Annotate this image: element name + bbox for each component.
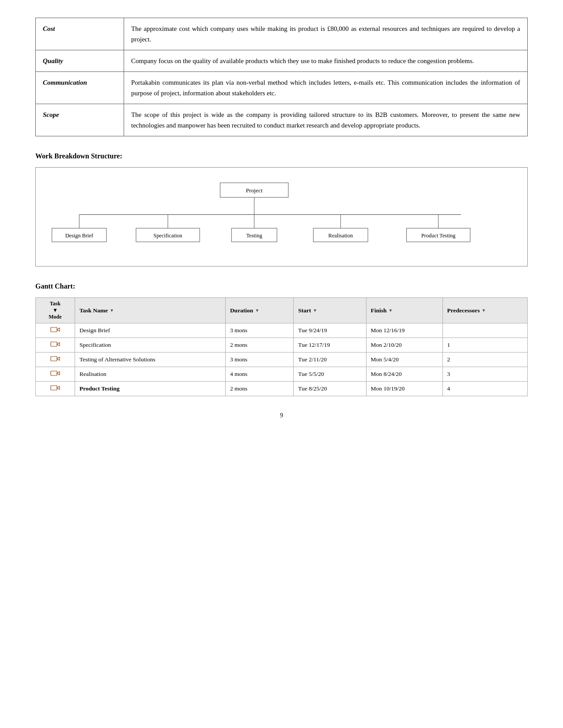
row-label: Quality [36,50,124,72]
gantt-row: Realisation4 monsTue 5/5/20Mon 8/24/203 [36,367,528,382]
task-mode-cell [36,323,75,338]
svg-text:Testing: Testing [246,233,262,239]
svg-line-19 [57,328,60,330]
gantt-start: Tue 2/11/20 [294,353,366,367]
gantt-predecessors [442,323,527,338]
task-mode-icon [50,341,60,348]
svg-rect-30 [51,371,57,375]
svg-line-23 [57,342,60,344]
duration-sort-icon: ▼ [255,308,259,313]
gantt-finish: Mon 2/10/20 [366,338,442,353]
main-table-row: CommunicationPortakabin communicates its… [36,72,528,104]
finish-sort-icon: ▼ [389,308,393,313]
task-mode-cell [36,382,75,396]
predecessors-header[interactable]: Predecessors ▼ [442,298,527,323]
gantt-finish: Mon 5/4/20 [366,353,442,367]
task-mode-cell [36,353,75,367]
main-table-row: ScopeThe scope of this project is wide a… [36,104,528,136]
gantt-task-name: Design Brief [75,323,225,338]
row-label: Scope [36,104,124,136]
svg-line-36 [57,388,60,390]
gantt-duration: 2 mons [225,382,293,396]
gantt-duration: 3 mons [225,323,293,338]
gantt-finish: Mon 10/19/20 [366,382,442,396]
gantt-predecessors: 1 [442,338,527,353]
svg-line-27 [57,357,60,359]
gantt-header-row: Task ▼ Mode Task Name ▼ Duration ▼ [36,298,528,323]
svg-text:Specification: Specification [154,233,182,239]
gantt-task-name: Realisation [75,367,225,382]
svg-line-31 [57,372,60,373]
wbs-heading: Work Breakdown Structure: [35,152,528,160]
duration-header[interactable]: Duration ▼ [225,298,293,323]
task-mode-header: Task ▼ Mode [36,298,75,323]
gantt-duration: 3 mons [225,353,293,367]
task-mode-icon [50,384,60,391]
gantt-task-name: Product Testing [75,382,225,396]
task-mode-cell [36,338,75,353]
task-mode-icon [50,326,60,333]
gantt-finish: Mon 12/16/19 [366,323,442,338]
gantt-duration: 4 mons [225,367,293,382]
svg-line-32 [57,373,60,375]
row-content: The scope of this project is wide as the… [124,104,528,136]
gantt-row: Specification2 monsTue 12/17/19Mon 2/10/… [36,338,528,353]
row-content: Company focus on the quality of availabl… [124,50,528,72]
svg-rect-34 [51,386,57,390]
svg-text:Realisation: Realisation [329,233,353,239]
gantt-start: Tue 12/17/19 [294,338,366,353]
wbs-svg: Project Design Brief Specification [43,178,520,255]
gantt-predecessors: 2 [442,353,527,367]
page-number: 9 [35,412,528,419]
svg-rect-22 [51,342,57,346]
gantt-duration: 2 mons [225,338,293,353]
row-content: The approximate cost which company uses … [124,18,528,50]
main-table-row: CostThe approximate cost which company u… [36,18,528,50]
svg-line-20 [57,330,60,331]
main-content-table: CostThe approximate cost which company u… [35,18,528,136]
svg-line-28 [57,359,60,360]
task-mode-cell [36,367,75,382]
svg-rect-26 [51,356,57,361]
task-mode-icon [50,355,60,362]
svg-text:Design Brief: Design Brief [65,233,94,239]
svg-line-35 [57,386,60,388]
row-content: Portakabin communicates its plan via non… [124,72,528,104]
start-sort-icon: ▼ [313,308,317,313]
gantt-task-name: Specification [75,338,225,353]
gantt-start: Tue 5/5/20 [294,367,366,382]
wbs-diagram: Project Design Brief Specification [35,167,528,266]
task-name-header[interactable]: Task Name ▼ [75,298,225,323]
gantt-section: Gantt Chart: Task ▼ Mode Task Name ▼ [35,282,528,396]
task-mode-icon [50,370,60,377]
gantt-predecessors: 4 [442,382,527,396]
gantt-row: Product Testing2 monsTue 8/25/20Mon 10/1… [36,382,528,396]
svg-rect-18 [51,327,57,332]
main-table-row: QualityCompany focus on the quality of a… [36,50,528,72]
row-label: Cost [36,18,124,50]
gantt-task-name: Testing of Alternative Solutions [75,353,225,367]
gantt-predecessors: 3 [442,367,527,382]
task-name-sort-icon: ▼ [110,308,114,313]
gantt-start: Tue 8/25/20 [294,382,366,396]
gantt-heading: Gantt Chart: [35,282,528,290]
svg-text:Product Testing: Product Testing [421,233,455,239]
start-header[interactable]: Start ▼ [294,298,366,323]
predecessors-sort-icon: ▼ [482,308,486,313]
gantt-start: Tue 9/24/19 [294,323,366,338]
gantt-table: Task ▼ Mode Task Name ▼ Duration ▼ [35,297,528,396]
finish-header[interactable]: Finish ▼ [366,298,442,323]
gantt-finish: Mon 8/24/20 [366,367,442,382]
gantt-row: Testing of Alternative Solutions3 monsTu… [36,353,528,367]
row-label: Communication [36,72,124,104]
svg-line-24 [57,344,60,346]
gantt-row: Design Brief3 monsTue 9/24/19Mon 12/16/1… [36,323,528,338]
wbs-section: Work Breakdown Structure: Project Desi [35,152,528,266]
wbs-root-label: Project [246,187,263,194]
